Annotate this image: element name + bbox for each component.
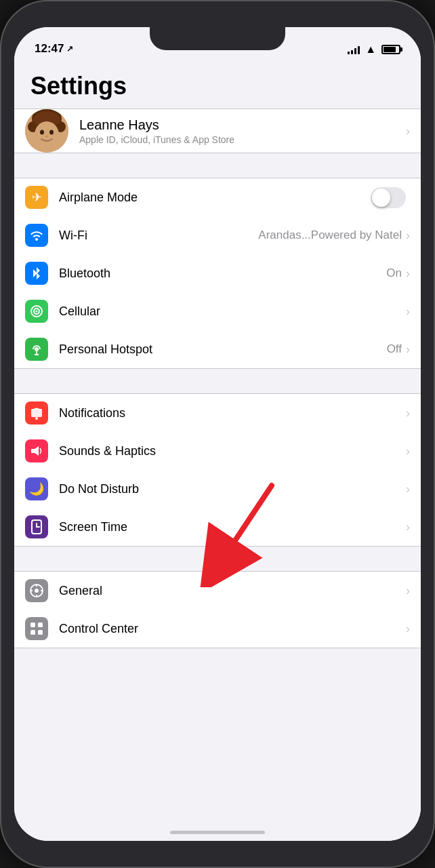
svg-point-6 xyxy=(52,116,60,124)
screen-time-icon-wrap xyxy=(25,515,48,538)
airplane-mode-toggle[interactable] xyxy=(371,187,406,208)
avatar-svg xyxy=(25,109,68,153)
battery-fill xyxy=(384,47,396,52)
svg-point-9 xyxy=(49,130,54,135)
cc-symbol xyxy=(30,622,43,635)
signal-bar-1 xyxy=(348,52,350,54)
dnd-label: Do Not Disturb xyxy=(59,482,406,496)
wifi-row[interactable]: Wi-Fi Arandas...Powered by Natel › xyxy=(14,216,421,254)
general-list: General › Control xyxy=(14,571,421,648)
svg-point-13 xyxy=(36,311,38,313)
sounds-haptics-row[interactable]: Sounds & Haptics › xyxy=(14,432,421,470)
cellular-symbol xyxy=(30,305,43,317)
hotspot-label: Personal Hotspot xyxy=(59,342,387,357)
airplane-mode-row[interactable]: ✈ Airplane Mode xyxy=(14,178,421,216)
personal-hotspot-row[interactable]: Personal Hotspot Off › xyxy=(14,330,421,368)
profile-name: Leanne Hays xyxy=(79,117,395,133)
svg-rect-30 xyxy=(30,630,35,635)
wifi-chevron: › xyxy=(406,229,410,243)
svg-point-23 xyxy=(35,589,39,593)
connectivity-group: ✈ Airplane Mode xyxy=(14,178,421,369)
svg-rect-29 xyxy=(38,623,43,627)
bluetooth-value: On xyxy=(386,267,402,280)
svg-rect-18 xyxy=(31,449,35,453)
profile-chevron: › xyxy=(406,124,410,138)
notifications-group: Notifications › Sounds & Haptics xyxy=(14,393,421,547)
bluetooth-chevron: › xyxy=(406,267,410,281)
cellular-icon-wrap xyxy=(25,300,48,323)
notifications-chevron: › xyxy=(406,406,410,420)
battery-icon xyxy=(381,45,400,54)
bluetooth-icon-wrap xyxy=(25,262,48,285)
svg-rect-31 xyxy=(38,630,43,635)
cellular-chevron: › xyxy=(406,304,410,319)
general-row[interactable]: General › xyxy=(14,572,421,610)
dnd-chevron: › xyxy=(406,482,410,496)
sounds-symbol xyxy=(30,444,43,458)
svg-rect-15 xyxy=(31,410,42,417)
signal-bar-4 xyxy=(358,46,360,54)
control-center-row[interactable]: Control Center › xyxy=(14,610,421,648)
hotspot-icon-wrap xyxy=(25,338,48,361)
svg-point-7 xyxy=(35,121,59,149)
svg-point-16 xyxy=(35,417,38,420)
bottom-spacer xyxy=(14,648,421,689)
screen-time-symbol xyxy=(30,519,43,534)
general-icon-wrap xyxy=(25,579,48,602)
toggle-thumb xyxy=(372,189,390,207)
status-time: 12:47 ↗ xyxy=(35,42,73,56)
settings-content[interactable]: Settings xyxy=(14,61,421,841)
signal-bar-3 xyxy=(354,48,356,54)
sounds-chevron: › xyxy=(406,444,410,458)
hotspot-symbol xyxy=(30,342,43,356)
airplane-mode-icon: ✈ xyxy=(25,186,48,209)
location-icon: ↗ xyxy=(66,44,73,54)
airplane-mode-label: Airplane Mode xyxy=(59,191,371,205)
time-display: 12:47 xyxy=(35,42,64,56)
general-label: General xyxy=(59,584,406,598)
wifi-value: Arandas...Powered by Natel xyxy=(258,229,402,242)
sounds-icon-wrap xyxy=(25,439,48,462)
svg-point-8 xyxy=(40,130,44,135)
notifications-list: Notifications › Sounds & Haptics xyxy=(14,393,421,547)
general-symbol xyxy=(30,584,43,597)
bluetooth-symbol xyxy=(32,266,41,281)
wifi-label: Wi-Fi xyxy=(59,229,258,243)
notifications-icon-wrap xyxy=(25,401,48,425)
svg-rect-17 xyxy=(31,409,42,410)
connectivity-list: ✈ Airplane Mode xyxy=(14,178,421,369)
screen-time-label: Screen Time xyxy=(59,520,406,534)
screen-time-chevron: › xyxy=(406,520,410,534)
wifi-icon: ▲ xyxy=(365,43,376,56)
avatar xyxy=(25,109,68,153)
hotspot-chevron: › xyxy=(406,342,410,357)
dnd-symbol: 🌙 xyxy=(29,481,44,496)
screen-time-row[interactable]: Screen Time › xyxy=(14,508,421,546)
svg-point-5 xyxy=(33,116,41,124)
general-chevron: › xyxy=(406,584,410,598)
notch xyxy=(150,27,285,50)
wifi-icon-wrap xyxy=(25,224,48,247)
signal-icon xyxy=(348,45,360,54)
bluetooth-row[interactable]: Bluetooth On › xyxy=(14,254,421,292)
notifications-row[interactable]: Notifications › xyxy=(14,394,421,432)
sounds-label: Sounds & Haptics xyxy=(59,444,406,458)
page-title: Settings xyxy=(14,61,421,108)
wifi-symbol xyxy=(30,230,43,241)
cc-chevron: › xyxy=(406,622,410,636)
profile-row[interactable]: Leanne Hays Apple ID, iCloud, iTunes & A… xyxy=(14,109,421,153)
notifications-label: Notifications xyxy=(59,406,406,420)
cc-icon-wrap xyxy=(25,617,48,640)
svg-rect-28 xyxy=(30,623,35,627)
phone-frame: 12:47 ↗ ▲ Settings xyxy=(0,0,435,868)
signal-bar-2 xyxy=(351,50,353,54)
general-group: General › Control xyxy=(14,571,421,648)
cellular-row[interactable]: Cellular › xyxy=(14,292,421,330)
bluetooth-label: Bluetooth xyxy=(59,267,386,281)
profile-info: Leanne Hays Apple ID, iCloud, iTunes & A… xyxy=(79,117,395,145)
svg-point-10 xyxy=(45,136,49,138)
do-not-disturb-row[interactable]: 🌙 Do Not Disturb › xyxy=(14,470,421,508)
home-indicator xyxy=(170,831,265,834)
profile-subtitle: Apple ID, iCloud, iTunes & App Store xyxy=(79,134,395,145)
dnd-icon-wrap: 🌙 xyxy=(25,477,48,500)
